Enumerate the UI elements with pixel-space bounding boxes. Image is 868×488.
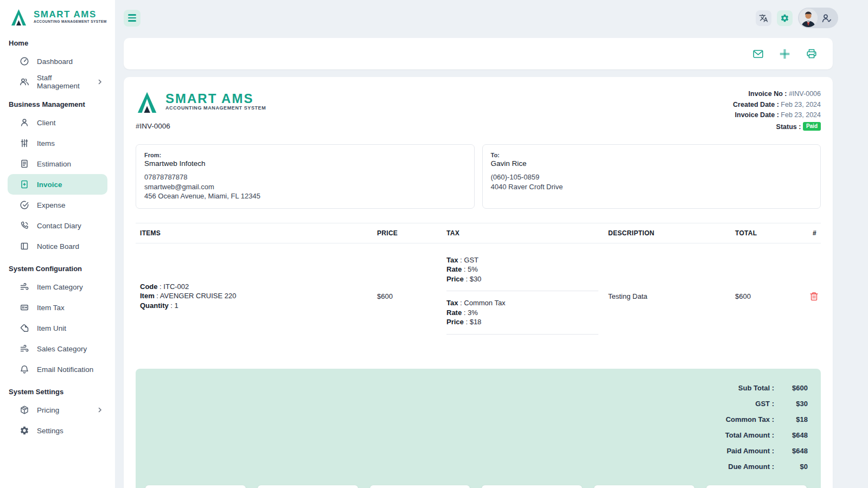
status-option-open[interactable]: Open	[370, 485, 470, 488]
sidebar-item-staff-management[interactable]: Staff Management	[8, 72, 107, 92]
from-phone: 07878787878	[144, 172, 466, 182]
user-avatar	[799, 9, 818, 27]
invoice-detail-card: SMART AMS ACCOUNTING MANAGEMENT SYSTEM #…	[124, 77, 833, 488]
sidebar-item-notice-board[interactable]: Notice Board	[8, 236, 107, 256]
sidebar-item-label: Dashboard	[37, 57, 103, 66]
translate-button[interactable]	[756, 10, 771, 26]
col-header-total: TOTAL	[731, 223, 805, 243]
sidebar-item-label: Items	[37, 139, 103, 147]
print-icon	[806, 48, 818, 60]
due-amount-label: Due Amount :	[728, 463, 774, 471]
item-code-value: ITC-002	[163, 282, 189, 291]
sidebar-item-label: Item Category	[37, 283, 103, 291]
chevron-right-icon	[97, 79, 103, 85]
tax-price: $30	[470, 275, 482, 283]
invoice-items-table: ITEMS PRICE TAX DESCRIPTION TOTAL # Code…	[136, 223, 821, 349]
col-header-description: DESCRIPTION	[604, 223, 731, 243]
delete-row-button[interactable]	[809, 291, 819, 301]
status-option-partially-paid[interactable]: Partially Paid	[482, 485, 582, 488]
status-option-paid[interactable]: Paid	[594, 485, 694, 488]
common-tax-label: Common Tax :	[726, 415, 774, 423]
sidebar-toggle-button[interactable]	[124, 10, 141, 27]
invoice-company-logo: SMART AMS ACCOUNTING MANAGEMENT SYSTEM	[136, 90, 266, 113]
item-cell: Code : ITC-002 Item : AVENGER CRUISE 220…	[136, 274, 373, 318]
sidebar-item-label: Contact Diary	[37, 222, 103, 230]
description-cell: Testing Data	[604, 285, 731, 308]
app-logo-icon	[136, 90, 161, 113]
send-mail-button[interactable]	[752, 48, 764, 60]
tax-rate: 5%	[468, 265, 478, 273]
invoice-date-label: Invoice Date :	[735, 111, 779, 119]
sidebar-item-invoice[interactable]: Invoice	[8, 174, 107, 195]
profile-menu[interactable]	[798, 8, 838, 28]
status-option-pending[interactable]: Pending	[258, 485, 358, 488]
invoice-to-box: To: Gavin Rice (060)-105-0859 4040 Raver…	[482, 144, 821, 209]
from-email: smartweb@gmail.com	[144, 182, 466, 192]
invoice-from-box: From: Smartweb Infotech 07878787878 smar…	[136, 144, 475, 209]
client-icon	[20, 118, 29, 127]
item-qty-label: Quantity	[140, 301, 169, 310]
settings-icon	[20, 426, 29, 435]
tax-block-gst: Tax : GST Rate : 5% Price : $30	[446, 255, 598, 292]
total-amount-label: Total Amount :	[725, 431, 774, 439]
sidebar-item-settings[interactable]: Settings	[8, 420, 107, 441]
add-invoice-button[interactable]	[779, 48, 790, 60]
notice-board-icon	[20, 241, 29, 251]
dashboard-icon	[20, 56, 29, 66]
col-header-items: ITEMS	[136, 223, 373, 243]
status-badge: Paid	[803, 122, 821, 131]
sidebar-item-sales-category[interactable]: Sales Category	[8, 338, 107, 359]
staff-icon	[20, 77, 29, 87]
price-cell: $600	[373, 285, 442, 308]
sidebar-item-estimation[interactable]: Estimation	[8, 153, 107, 174]
sidebar-item-email-notification[interactable]: Email Notification	[8, 359, 107, 380]
sidebar-item-label: Expense	[37, 201, 103, 209]
invoice-date-value: Feb 23, 2024	[781, 111, 821, 119]
sidebar-item-label: Sales Category	[37, 345, 103, 353]
sidebar-item-contact-diary[interactable]: Contact Diary	[8, 215, 107, 236]
add-icon	[779, 48, 790, 60]
status-option-overdue[interactable]: Overdue	[706, 485, 807, 488]
item-code-label: Code	[140, 282, 158, 291]
gst-label: GST :	[755, 400, 774, 408]
topbar	[115, 0, 868, 36]
due-amount-value: $0	[774, 463, 808, 471]
contact-diary-icon	[20, 221, 29, 230]
to-phone: (060)-105-0859	[491, 172, 813, 182]
email-notification-icon	[20, 364, 29, 374]
tax-name: Common Tax	[464, 299, 505, 307]
sidebar-item-pricing[interactable]: Pricing	[8, 400, 107, 420]
subtotal-value: $600	[774, 384, 808, 392]
to-label: To:	[491, 152, 813, 158]
sales-category-icon	[20, 344, 29, 354]
col-header-actions: #	[805, 223, 821, 243]
app-logo[interactable]: SMART AMS ACCOUNTING MANAGEMENT SYSTEM	[0, 0, 115, 31]
tax-price: $18	[470, 318, 482, 326]
sidebar-item-item-category[interactable]: Item Category	[8, 277, 107, 297]
invoice-meta: Invoice No : #INV-0006 Created Date : Fe…	[733, 90, 821, 133]
print-button[interactable]	[806, 48, 818, 60]
item-name-value: AVENGER CRUISE 220	[160, 292, 237, 300]
sidebar-item-label: Pricing	[37, 406, 89, 414]
sidebar-item-client[interactable]: Client	[8, 112, 107, 133]
sidebar-item-item-unit[interactable]: Item Unit	[8, 318, 107, 338]
sidebar-section-system-config: System Configuration	[0, 256, 115, 277]
sidebar-item-expense[interactable]: Expense	[8, 195, 107, 215]
sidebar-item-label: Item Tax	[37, 304, 103, 312]
app-logo-icon	[10, 8, 29, 25]
sidebar-item-label: Notice Board	[37, 242, 103, 251]
tax-rate: 3%	[468, 309, 478, 317]
app-name: SMART AMS	[34, 10, 107, 20]
sidebar-item-dashboard[interactable]: Dashboard	[8, 51, 107, 72]
sidebar-item-label: Settings	[37, 427, 103, 435]
tax-cell: Tax : GST Rate : 5% Price : $30 Tax : Co…	[442, 243, 604, 349]
to-address: 4040 Raver Croft Drive	[491, 182, 813, 192]
mail-icon	[752, 48, 764, 60]
item-unit-icon	[20, 323, 29, 333]
settings-button[interactable]	[777, 10, 793, 26]
invoice-summary-panel: Sub Total :$600 GST :$30 Common Tax :$18…	[136, 369, 821, 488]
sidebar-item-item-tax[interactable]: Item Tax	[8, 297, 107, 318]
item-qty-value: 1	[175, 301, 178, 310]
sidebar-item-items[interactable]: Items	[8, 133, 107, 153]
status-option-draft[interactable]: Draft	[145, 485, 246, 488]
